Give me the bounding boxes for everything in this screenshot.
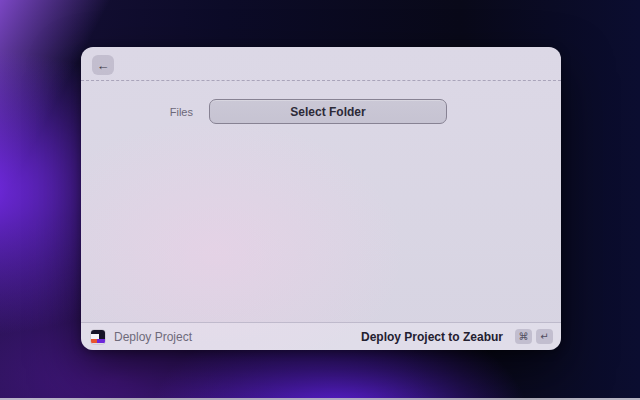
footer-right: Deploy Project to Zeabur ⌘ ↵: [361, 329, 553, 344]
footer-bar: Deploy Project Deploy Project to Zeabur …: [81, 322, 561, 350]
command-name: Deploy Project: [114, 330, 192, 344]
desktop-wallpaper: ← Files Select Folder Deploy Project Dep…: [0, 0, 640, 400]
cmd-key-icon: ⌘: [515, 329, 532, 344]
back-arrow-icon: ←: [97, 59, 110, 72]
deploy-project-window: ← Files Select Folder Deploy Project Dep…: [81, 47, 561, 350]
select-folder-label: Select Folder: [290, 105, 365, 119]
back-button[interactable]: ←: [92, 55, 114, 75]
footer-left: Deploy Project: [91, 330, 192, 344]
select-folder-button[interactable]: Select Folder: [209, 99, 447, 124]
zeabur-logo-icon: [91, 330, 105, 344]
primary-action-label[interactable]: Deploy Project to Zeabur: [361, 330, 503, 344]
enter-key-icon: ↵: [536, 329, 553, 344]
files-form-row: Files Select Folder: [81, 81, 561, 124]
files-label: Files: [81, 106, 193, 118]
zeabur-logo-bottom-stripe: [91, 339, 105, 344]
window-header: ←: [81, 47, 561, 81]
